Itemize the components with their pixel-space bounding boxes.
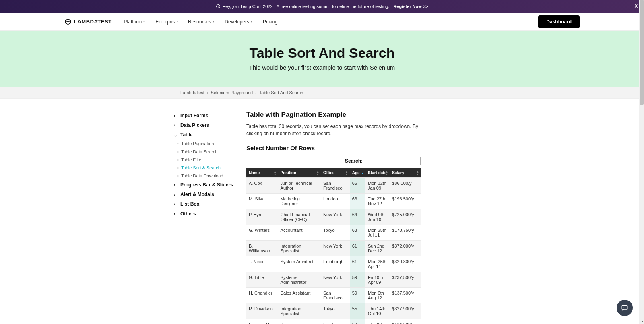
cell-age: 59	[350, 288, 365, 303]
cell-office: Edinburgh	[321, 256, 350, 272]
sidebar-item-table-data-search[interactable]: Table Data Search	[181, 148, 246, 156]
table-row: R. DavidsonIntegration SpecialistTokyo55…	[246, 303, 421, 319]
main-content: ›Input Forms›Data Pickers⌄TableTable Pag…	[0, 99, 644, 324]
cell-name: G. Little	[246, 272, 278, 288]
brand-name: LAMBDATEST	[74, 19, 112, 25]
dashboard-button[interactable]: Dashboard	[538, 15, 580, 28]
table-row: P. ByrdChief Financial Officer (CFO)New …	[246, 209, 421, 225]
cell-office: New York	[321, 241, 350, 256]
table-row: G. LittleSystems AdministratorNew York59…	[246, 272, 421, 288]
cell-start: Mon 12th Jan 09	[365, 178, 390, 194]
table-row: B. WilliamsonIntegration SpecialistNew Y…	[246, 241, 421, 256]
cell-age: 61	[350, 241, 365, 256]
column-header-salary[interactable]: Salary▲▼	[390, 168, 421, 178]
breadcrumb-item[interactable]: Selenium Playground	[211, 90, 253, 95]
sidebar-group-data-pickers[interactable]: ›Data Pickers	[174, 120, 246, 130]
cell-office: New York	[321, 209, 350, 225]
cell-start: Thu 14th Oct 10	[365, 303, 390, 319]
sidebar-item-table-data-download[interactable]: Table Data Download	[181, 172, 246, 180]
sidebar-group-input-forms[interactable]: ›Input Forms	[174, 111, 246, 120]
table-row: T. NixonSystem ArchitectEdinburgh61Mon 2…	[246, 256, 421, 272]
cell-office: New York	[321, 272, 350, 288]
sort-icon: ▲▼	[274, 170, 277, 176]
banner-close-button[interactable]: X	[634, 3, 638, 9]
cell-office: London	[321, 319, 350, 324]
info-icon	[216, 4, 221, 9]
breadcrumb-bar: LambdaTest›Selenium Playground›Table Sor…	[0, 87, 644, 99]
scroll-down-icon[interactable]: ▾	[642, 320, 643, 323]
sidebar-item-table-filter[interactable]: Table Filter	[181, 156, 246, 164]
search-input[interactable]	[365, 157, 421, 165]
banner-cta-link[interactable]: Register Now >>	[393, 4, 428, 9]
cell-salary: $137,500/y	[390, 288, 421, 303]
cell-name: H. Chandler	[246, 288, 278, 303]
nav-item-resources[interactable]: Resources▾	[188, 19, 214, 25]
cell-office: San Francisco	[321, 288, 350, 303]
cell-name: Frances Q.	[246, 319, 278, 324]
column-header-position[interactable]: Position▲▼	[278, 168, 321, 178]
column-header-office[interactable]: Office▲▼	[321, 168, 350, 178]
column-header-name[interactable]: Name▲▼	[246, 168, 278, 178]
cell-position: Accountant	[278, 225, 321, 241]
sort-icon: ▲▼	[316, 170, 319, 176]
table-row: H. ChandlerSales AssistantSan Francisco5…	[246, 288, 421, 303]
table-row: Frances Q.DeveloperLondon53Thu 22nd$114,…	[246, 319, 421, 324]
search-label: Search:	[345, 158, 363, 164]
cell-age: 55	[350, 303, 365, 319]
cell-position: Marketing Designer	[278, 194, 321, 209]
sidebar-group-others[interactable]: ›Others	[174, 209, 246, 219]
cell-position: Developer	[278, 319, 321, 324]
breadcrumb-item[interactable]: LambdaTest	[180, 90, 204, 95]
cell-age: 53	[350, 319, 365, 324]
chevron-right-icon: ›	[174, 192, 178, 197]
cell-position: Integration Specialist	[278, 303, 321, 319]
banner-text: Hey, join Testμ Conf 2022 - A free onlin…	[222, 4, 389, 9]
cell-office: San Francisco	[321, 178, 350, 194]
cell-salary: $320,800/y	[390, 256, 421, 272]
column-header-start-date[interactable]: Start date▲▼	[365, 168, 390, 178]
cell-office: Tokyo	[321, 303, 350, 319]
sort-desc-icon: ▼	[361, 171, 364, 174]
sidebar-group-label: Input Forms	[180, 113, 208, 118]
table-row: G. WintersAccountantTokyo63Mon 25th Jul …	[246, 225, 421, 241]
sidebar-group-table[interactable]: ⌄Table	[174, 130, 246, 140]
content-heading: Table with Pagination Example	[246, 111, 440, 119]
sidebar-item-table-sort-search[interactable]: Table Sort & Search	[181, 164, 246, 172]
cell-salary: $327,900/y	[390, 303, 421, 319]
chat-icon	[621, 304, 628, 312]
sort-icon: ▲▼	[345, 170, 348, 176]
hero-section: Table Sort And Search This would be your…	[0, 31, 644, 87]
scrollbar-track[interactable]: ▾	[639, 0, 644, 324]
sidebar-item-table-pagination[interactable]: Table Pagination	[181, 140, 246, 148]
table-row: M. SilvaMarketing DesignerLondon66Tue 27…	[246, 194, 421, 209]
nav-item-pricing[interactable]: Pricing	[263, 19, 278, 25]
sidebar-group-alert-modals[interactable]: ›Alert & Modals	[174, 190, 246, 199]
cell-age: 61	[350, 256, 365, 272]
cell-position: Integration Specialist	[278, 241, 321, 256]
sidebar-nav: ›Input Forms›Data Pickers⌄TableTable Pag…	[174, 111, 246, 324]
breadcrumb-separator: ›	[255, 90, 257, 95]
chevron-right-icon: ›	[174, 202, 178, 206]
column-header-age[interactable]: Age▼	[350, 168, 365, 178]
cell-salary: $170,750/y	[390, 225, 421, 241]
cell-office: Tokyo	[321, 225, 350, 241]
sidebar-group-progress-bar-sliders[interactable]: ›Progress Bar & Sliders	[174, 180, 246, 190]
cell-name: B. Williamson	[246, 241, 278, 256]
sort-icon: ▲▼	[385, 170, 388, 176]
breadcrumb-separator: ›	[207, 90, 208, 95]
brand-logo[interactable]: LAMBDATEST	[64, 18, 112, 25]
cell-salary: $86,000/y	[390, 178, 421, 194]
rows-heading: Select Number Of Rows	[246, 144, 440, 151]
scrollbar-thumb[interactable]	[640, 0, 644, 105]
cell-position: Junior Technical Author	[278, 178, 321, 194]
nav-item-developers[interactable]: Developers▾	[225, 19, 252, 25]
promo-banner: Hey, join Testμ Conf 2022 - A free onlin…	[0, 0, 644, 13]
nav-item-enterprise[interactable]: Enterprise	[155, 19, 178, 25]
nav-item-platform[interactable]: Platform▾	[124, 19, 145, 25]
content-description: Table has total 30 records, you can set …	[246, 123, 419, 137]
cell-name: T. Nixon	[246, 256, 278, 272]
cell-salary: $114,500/y	[390, 319, 421, 324]
chat-button[interactable]	[617, 300, 633, 316]
sidebar-group-list-box[interactable]: ›List Box	[174, 199, 246, 209]
data-table: Name▲▼Position▲▼Office▲▼Age▼Start date▲▼…	[246, 168, 421, 324]
